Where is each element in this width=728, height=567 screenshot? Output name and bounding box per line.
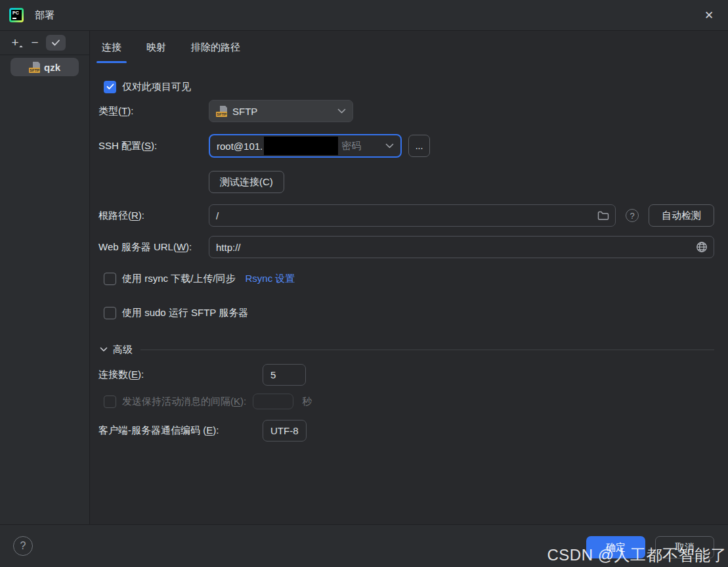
sftp-icon: SFTP [29,62,40,73]
close-icon[interactable]: ✕ [699,5,719,25]
show-all-toggle-button[interactable] [46,35,66,51]
web-url-input[interactable] [209,242,696,253]
active-tab-indicator [96,61,127,63]
sftp-icon: SFTP [216,106,227,117]
root-path-label: 根路径(R): [98,210,209,222]
ssh-config-label: SSH 配置(S): [98,140,209,152]
encoding-input[interactable] [263,420,307,442]
connections-label: 连接数(E): [98,369,263,381]
deployment-dialog: PC 部署 ✕ + − SFTP [0,0,728,567]
redacted-host [264,137,338,155]
server-item-label: qzk [44,62,60,73]
sudo-checkbox[interactable] [104,307,116,319]
help-icon[interactable]: ? [626,209,639,222]
keepalive-label: 发送保持活动消息的间隔(K): [122,396,246,408]
web-url-field-wrap [209,236,714,258]
root-path-field-wrap [209,204,616,227]
ssh-config-dropdown[interactable]: root@101. 密码 [209,134,402,158]
rsync-checkbox[interactable] [104,273,116,285]
type-dropdown[interactable]: SFTP SFTP [209,100,353,122]
server-list-sidebar: + − SFTP qzk [0,31,90,524]
type-value: SFTP [232,106,257,117]
check-icon [106,83,114,90]
tab-mappings[interactable]: 映射 [145,31,167,64]
cancel-button[interactable]: 取消 [655,536,714,558]
rsync-label: 使用 rsync 下载/上传/同步 [122,273,236,285]
dialog-footer: ? 确定 取消 [0,524,728,567]
title-bar: PC 部署 ✕ [0,0,728,31]
ok-button[interactable]: 确定 [586,536,645,558]
keepalive-unit: 秒 [302,396,312,408]
autodetect-button[interactable]: 自动检测 [649,204,714,227]
help-icon[interactable]: ? [13,536,33,556]
rsync-settings-link[interactable]: Rsync 设置 [246,273,295,285]
keepalive-input [253,394,293,409]
keepalive-checkbox[interactable] [104,396,116,408]
folder-icon[interactable] [597,211,609,220]
chevron-down-icon [385,143,394,148]
check-icon [51,39,60,47]
ssh-password-hint: 密码 [341,140,361,152]
add-dropdown-arrow-icon [19,45,23,49]
tab-excluded-paths[interactable]: 排除的路径 [190,31,242,64]
ssh-config-value: root@101. [217,141,263,152]
ssh-more-button[interactable]: ... [408,135,430,157]
sidebar-toolbar: + − [0,31,89,55]
tab-bar: 连接 映射 排除的路径 [90,31,728,64]
encoding-label: 客户端-服务器通信编码 (E): [98,424,263,437]
pycharm-icon: PC [9,8,24,22]
connections-input[interactable] [263,364,306,386]
chevron-down-icon[interactable] [100,347,108,352]
section-divider [140,350,714,350]
tab-connection[interactable]: 连接 [100,31,123,64]
server-item-qzk[interactable]: SFTP qzk [11,58,79,76]
web-url-label: Web 服务器 URL(W): [98,241,209,254]
advanced-section-label[interactable]: 高级 [113,344,133,356]
visible-only-checkbox[interactable] [104,81,116,93]
dialog-title: 部署 [35,9,54,22]
sudo-label: 使用 sudo 运行 SFTP 服务器 [122,307,248,319]
root-path-input[interactable] [209,210,597,221]
test-connection-button[interactable]: 测试连接(C) [209,171,284,193]
globe-icon [696,241,708,253]
type-label: 类型(T): [98,105,209,118]
connection-panel: 连接 映射 排除的路径 仅对此项目可见 类型(T): [90,31,728,524]
chevron-down-icon [337,108,346,114]
remove-server-button[interactable]: − [26,35,43,51]
visible-only-label: 仅对此项目可见 [122,81,191,93]
add-server-button[interactable]: + [7,35,24,51]
